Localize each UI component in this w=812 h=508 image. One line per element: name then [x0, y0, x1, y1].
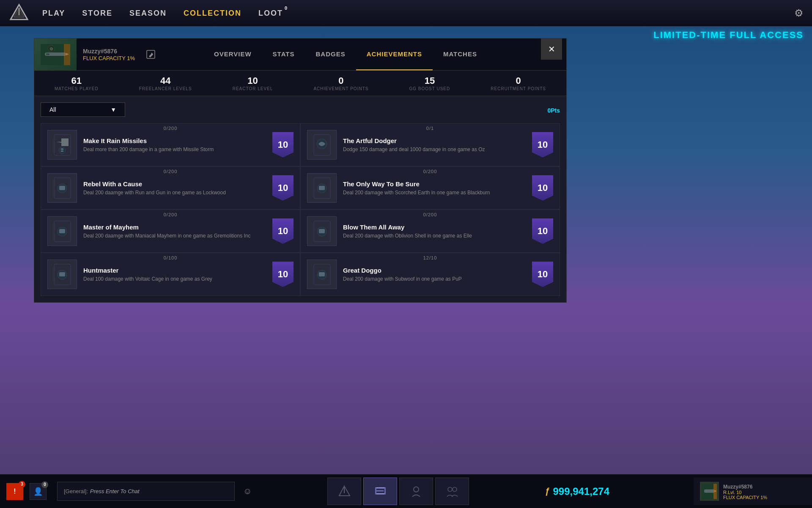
- svg-rect-9: [64, 44, 70, 65]
- achievement-icon-2: [47, 173, 77, 203]
- nav-loot[interactable]: LOOT 0: [258, 9, 283, 18]
- achievement-pts-5: 10: [532, 218, 553, 244]
- settings-icon[interactable]: ⚙: [794, 7, 804, 19]
- svg-rect-45: [704, 489, 714, 493]
- svg-rect-30: [59, 272, 65, 276]
- achievement-grid: 0/200 Make It Rain Missiles Deal more th…: [41, 123, 560, 296]
- stat-freelancer-levels: 44 FREELANCER LEVELS: [139, 75, 192, 91]
- tab-matches[interactable]: MATCHES: [433, 39, 488, 70]
- achievement-icon-7: [307, 260, 337, 289]
- achievement-pts-2: 10: [272, 175, 294, 201]
- achievements-panel: All ▼ 0Pts 0/200: [34, 96, 566, 302]
- svg-point-43: [453, 487, 457, 491]
- achievement-text-4: Master of Mayhem Deal 200 daamge with Ma…: [83, 224, 266, 239]
- profile-tabs: OVERVIEW STATS BADGES ACHIEVEMENTS MATCH…: [203, 39, 541, 70]
- currency-value: 999,941,274: [553, 486, 609, 497]
- achievement-only-way: 0/200 The Only Way To Be Sure Deal 200 d…: [300, 166, 560, 210]
- achievement-rebel: 0/200 Rebel With a Cause Deal 200 daamge…: [41, 166, 300, 210]
- stat-reactor-level: 10 REACTOR LEVEL: [233, 75, 273, 91]
- close-panel-button[interactable]: ✕: [541, 39, 562, 60]
- achievement-huntmaster: 0/100 Huntmaster Deal 100 damage with Vo…: [41, 253, 300, 296]
- notification-count: 3: [19, 481, 25, 488]
- achievement-text-2: Rebel With a Cause Deal 200 daamge with …: [83, 180, 266, 196]
- achievement-icon-6: [47, 260, 77, 289]
- nav-season[interactable]: SEASON: [129, 9, 167, 18]
- friends-count: 0: [41, 481, 48, 488]
- achievement-text-3: The Only Way To Be Sure Deal 200 damage …: [343, 180, 526, 196]
- emoji-button[interactable]: ☺: [243, 486, 252, 496]
- notifications-button[interactable]: ! 3: [6, 483, 23, 500]
- svg-rect-47: [713, 484, 717, 499]
- tab-overview[interactable]: OVERVIEW: [203, 39, 262, 70]
- nav-items: PLAY STORE SEASON COLLECTION LOOT 0: [42, 9, 794, 18]
- achievement-make-it-rain: 0/200 Make It Rain Missiles Deal more th…: [41, 123, 300, 166]
- svg-rect-38: [375, 493, 386, 494]
- svg-rect-21: [319, 186, 325, 190]
- achievement-text-7: Great Doggo Deal 200 damage with Subwoof…: [343, 267, 526, 282]
- svg-rect-39: [375, 487, 376, 494]
- bottom-action-players[interactable]: [435, 478, 469, 505]
- stat-gg-boost: 15 GG BOOST USED: [409, 75, 450, 91]
- achievement-pts-6: 10: [272, 262, 294, 287]
- points-display: 0Pts: [547, 104, 560, 115]
- nav-store[interactable]: STORE: [82, 9, 112, 18]
- achievement-icon-0: [47, 130, 77, 160]
- bottom-action-up[interactable]: [327, 478, 361, 505]
- svg-rect-18: [59, 186, 65, 190]
- achievement-text-0: Make It Rain Missiles Deal more than 200…: [83, 137, 266, 152]
- nav-play[interactable]: PLAY: [42, 9, 65, 18]
- achievement-great-doggo: 12/10 Great Doggo Deal 200 damage with S…: [300, 253, 560, 296]
- svg-point-42: [448, 487, 452, 491]
- achievement-pts-4: 10: [272, 218, 294, 244]
- svg-point-13: [59, 147, 66, 154]
- chat-prefix: [General]:: [64, 488, 88, 494]
- bottom-action-scoreboard[interactable]: [363, 478, 397, 505]
- achievement-icon-5: [307, 216, 337, 246]
- achievement-pts-7: 10: [532, 262, 553, 287]
- stat-achievement-points: 0 ACHIEVEMENT POINTS: [313, 75, 368, 91]
- achievement-pts-0: 10: [272, 132, 294, 157]
- profile-flux: FLUX CAPACITY 1%: [83, 55, 135, 61]
- achievement-text-1: The Artful Dodger Dodge 150 damage and d…: [343, 137, 526, 152]
- svg-rect-24: [59, 229, 65, 233]
- limited-time-banner: LIMITED-TIME FULL ACCESS: [653, 30, 804, 41]
- achievement-text-6: Huntmaster Deal 100 damage with Voltaic …: [83, 267, 266, 282]
- nav-collection[interactable]: COLLECTION: [184, 9, 241, 18]
- stats-row: 61 MATCHES PLAYED 44 FREELANCER LEVELS 1…: [34, 71, 566, 96]
- svg-rect-33: [319, 272, 325, 276]
- profile-panel: ⚙ Muzzy#5876 FLUX CAPACITY 1%: [34, 38, 567, 303]
- profile-info: Muzzy#5876 FLUX CAPACITY 1%: [77, 39, 203, 70]
- achievement-pts-1: 10: [532, 132, 553, 157]
- tab-achievements[interactable]: ACHIEVEMENTS: [356, 39, 433, 70]
- tab-stats[interactable]: STATS: [262, 39, 305, 70]
- edit-profile-button[interactable]: [139, 49, 162, 60]
- achievement-pts-3: 10: [532, 175, 553, 201]
- bottom-bar: ! 3 👤 0 [General]: Press Enter To Chat ☺: [0, 474, 812, 508]
- svg-rect-40: [384, 487, 386, 494]
- achievement-icon-1: [307, 130, 337, 160]
- achievement-icon-3: [307, 173, 337, 203]
- chat-input[interactable]: Press Enter To Chat: [90, 488, 140, 494]
- game-logo[interactable]: [8, 3, 30, 24]
- player-bottom-flux: FLUX CAPACITY 1%: [723, 495, 767, 500]
- loot-badge: 0: [285, 6, 288, 11]
- achievement-blow-them: 0/200 Blow Them All Away Deal 200 damage…: [300, 210, 560, 253]
- player-bottom-profile: Muzzy#5876 R.Lvl. 10 FLUX CAPACITY 1%: [694, 478, 812, 505]
- navbar: PLAY STORE SEASON COLLECTION LOOT 0 ⚙: [0, 0, 812, 26]
- bottom-actions: [327, 478, 469, 505]
- bottom-action-group[interactable]: [399, 478, 433, 505]
- svg-text:⚙: ⚙: [49, 47, 53, 51]
- svg-rect-36: [375, 487, 386, 489]
- filter-dropdown[interactable]: All ▼: [41, 102, 125, 117]
- tab-badges[interactable]: BADGES: [305, 39, 356, 70]
- achievement-master-mayhem: 0/200 Master of Mayhem Deal 200 daamge w…: [41, 210, 300, 253]
- svg-rect-27: [319, 229, 325, 233]
- achievement-icon-4: [47, 216, 77, 246]
- player-bottom-info: Muzzy#5876 R.Lvl. 10 FLUX CAPACITY 1%: [723, 483, 767, 500]
- friends-button[interactable]: 👤 0: [30, 483, 47, 500]
- svg-rect-6: [46, 53, 49, 55]
- chat-box[interactable]: [General]: Press Enter To Chat: [57, 482, 235, 501]
- stat-matches-played: 61 MATCHES PLAYED: [55, 75, 99, 91]
- currency-icon: ƒ: [545, 486, 549, 496]
- filter-bar: All ▼ 0Pts: [41, 102, 560, 117]
